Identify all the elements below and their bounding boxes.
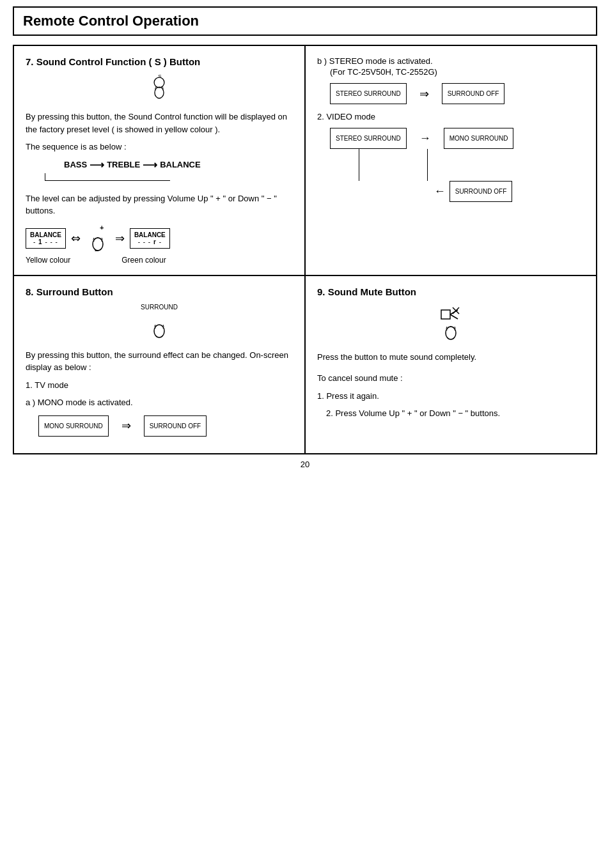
volume-hand-illus: + − [86,224,110,253]
vid-top-row: STEREO SURROUND → MONO SURROUND [330,128,584,149]
double-arrow2-icon: ⇒ [115,231,125,245]
mute-icon-wrap [317,304,584,342]
section9-item2: 2. Press Volume Up " + " or Down " − " b… [317,407,584,420]
balance-yellow-box: BALANCE - 1 - - - [26,228,66,249]
page: Remote Control Operation 7. Sound Contro… [0,0,610,476]
yellow-colour-label: Yellow colour [26,256,70,265]
section7-title: 7. Sound Control Function ( S ) Button [26,56,293,67]
section8-title: 8. Surround Button [26,286,293,297]
seq-balance: BALANCE [160,160,201,169]
seq-arrow2: ⟶ [143,159,157,171]
svg-text:S: S [158,74,161,79]
section7-button-illus: S [26,74,293,102]
seq-treble: TREBLE [107,160,140,169]
mute-icon [435,304,467,342]
svg-point-8 [154,325,164,337]
balance-label1: BALANCE [30,231,61,238]
section8-body1: By pressing this button, the surround ef… [26,349,293,374]
section9-body1: Press the button to mute sound completel… [317,351,584,364]
feedback-line [45,173,170,181]
balance-bar2: - - - r - [134,238,166,245]
page-title: Remote Control Operation [23,13,199,29]
section7-body1: By pressing this button, the Sound Contr… [26,111,293,136]
svg-text:−: − [95,247,98,253]
svg-point-2 [155,87,164,98]
balance-bar1: - 1 - - - [30,238,61,245]
section-b-cell: b ) STEREO mode is activated. (For TC-25… [305,45,597,275]
seq-bass: BASS [64,160,87,169]
stereo-title: b ) STEREO mode is activated. [317,56,584,66]
sequence-row: BASS ⟶ TREBLE ⟶ BALANCE [64,159,293,171]
seq-arrow1: ⟶ [90,159,104,171]
stereo-surround-box1: STEREO SURROUND [330,83,407,104]
sequence-wrap: BASS ⟶ TREBLE ⟶ BALANCE [45,159,293,181]
section9-cell: 9. Sound Mute Button [305,275,597,454]
section7-body2: The sequence is as below : [26,141,293,153]
mono-surround-box: MONO SURROUND [38,415,109,437]
vid-stereo-surround-box: STEREO SURROUND [330,128,407,149]
vid-left-arrow: ← [434,185,446,198]
svg-point-15 [446,327,456,339]
balance-green-box: BALANCE - - - r - [130,228,170,249]
section9-item1: 1. Press it again. [317,390,584,403]
vid-right-vert-line [427,149,428,181]
double-arrow-icon: ⇔ [71,231,81,245]
page-number: 20 [13,460,597,469]
balance-label2: BALANCE [134,231,166,238]
vid-mono-surround-box: MONO SURROUND [444,128,514,149]
green-colour-label: Green colour [121,256,166,265]
stereo-surround-diagram: STEREO SURROUND ⇒ SURROUND OFF [330,83,584,104]
section9-title: 9. Sound Mute Button [317,286,584,297]
mono-surround-diagram: MONO SURROUND ⇒ SURROUND OFF [38,415,293,437]
section8-cell: 8. Surround Button SURROUND By pressing … [13,275,305,454]
surround-label: SURROUND [141,304,178,311]
vid-surround-off-box: SURROUND OFF [450,181,513,202]
mono-arrow: ⇒ [121,419,131,433]
balance-row: BALANCE - 1 - - - ⇔ + − ⇒ [26,224,293,253]
video-diagram: STEREO SURROUND → MONO SURROUND ← SURROU… [324,128,584,202]
vid-left-vert-line [359,149,359,181]
section9-body2: To cancel sound mute : [317,372,584,385]
vid-arrow-right: → [419,132,431,145]
colour-labels: Yellow colour Green colour [26,256,293,265]
s-button-icon: S [148,74,171,102]
section7-cell: 7. Sound Control Function ( S ) Button S… [13,45,305,275]
section7-body3: The level can be adjusted by pressing Vo… [26,192,293,217]
vid-bottom-row: ← SURROUND OFF [362,181,584,202]
section8-tv-mode: 1. TV mode [26,379,293,392]
section8-mono-mode: a ) MONO mode is activated. [26,396,293,409]
video-mode-title: 2. VIDEO mode [317,112,584,121]
svg-text:+: + [100,224,104,231]
mono-surround-off-box: SURROUND OFF [144,415,207,437]
main-grid: 7. Sound Control Function ( S ) Button S… [13,45,597,454]
surround-hand-icon [148,312,171,340]
hand-volume-icon: + − [86,224,110,253]
stereo-subtitle: (For TC-25V50H, TC-2552G) [330,67,584,77]
stereo-arrow: ⇒ [419,87,429,101]
page-header: Remote Control Operation [13,6,597,36]
svg-line-12 [450,314,458,319]
svg-rect-10 [441,310,450,319]
section8-button-illus: SURROUND [26,304,293,340]
stereo-surround-off-box: SURROUND OFF [442,83,505,104]
